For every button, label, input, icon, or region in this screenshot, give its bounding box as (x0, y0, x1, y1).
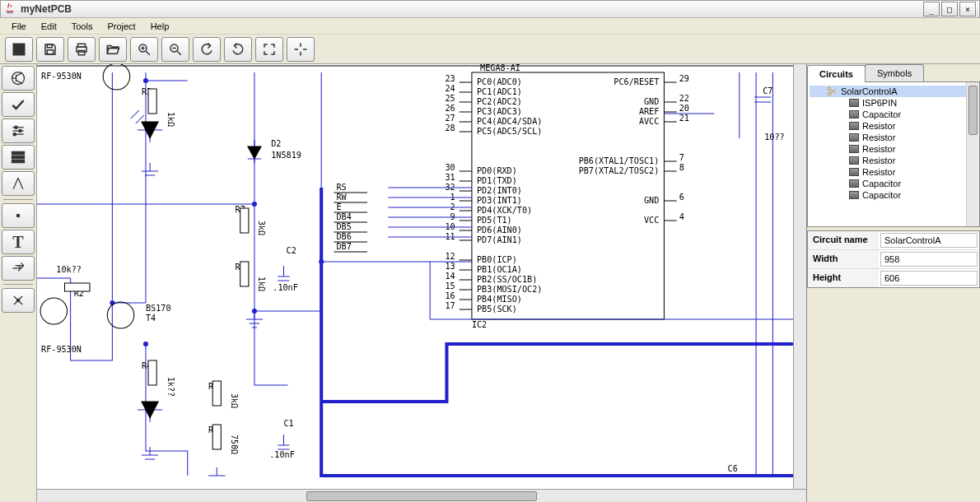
menu-edit[interactable]: Edit (35, 20, 63, 33)
tree-item[interactable]: Resistor (810, 166, 978, 178)
svg-point-204 (252, 202, 257, 207)
svg-text:PB0(ICP): PB0(ICP) (477, 255, 517, 264)
sliders-tool[interactable] (2, 119, 35, 143)
svg-text:PC0(ADC0): PC0(ADC0) (477, 77, 522, 86)
width-input[interactable] (880, 252, 978, 267)
circuit-tree[interactable]: SolarControlA ISP6PINCapacitorResistorRe… (807, 82, 980, 227)
svg-point-208 (828, 87, 831, 91)
svg-text:16: 16 (445, 291, 455, 300)
svg-text:27: 27 (445, 114, 455, 123)
save-btn[interactable] (36, 37, 64, 62)
svg-text:3kΩ: 3kΩ (230, 393, 239, 408)
schematic-canvas[interactable]: MEGA8-AI IC2 23PC0(ADC0)24PC1(ADC1)25PC2… (37, 64, 806, 489)
svg-rect-179 (240, 262, 249, 286)
wire-tool[interactable] (2, 171, 35, 196)
circuit-name-input[interactable] (880, 233, 978, 248)
svg-line-10 (146, 51, 150, 55)
svg-text:.10nF: .10nF (273, 283, 298, 292)
svg-text:D2: D2 (271, 139, 281, 148)
cut-tool[interactable] (2, 288, 35, 313)
open-btn[interactable] (99, 37, 127, 62)
redo-btn[interactable] (224, 37, 252, 62)
tree-root[interactable]: SolarControlA (810, 86, 978, 97)
svg-text:PD7(AIN1): PD7(AIN1) (477, 235, 522, 244)
svg-line-210 (831, 90, 837, 94)
svg-rect-5 (47, 49, 54, 53)
arrow-tool[interactable] (2, 256, 35, 281)
tree-root-label: SolarControlA (841, 86, 897, 96)
svg-line-211 (831, 89, 837, 93)
tree-item[interactable]: Resistor (810, 132, 978, 143)
tree-item[interactable]: Capacitor (810, 178, 978, 189)
height-input[interactable] (880, 271, 978, 286)
canvas-hscroll[interactable] (37, 489, 806, 502)
transistor-tool[interactable] (2, 66, 35, 91)
tab-circuits[interactable]: Circuits (807, 65, 866, 82)
svg-text:PC4(ADC4/SDA): PC4(ADC4/SDA) (477, 117, 542, 126)
menu-file[interactable]: File (5, 20, 33, 33)
zoom-in-btn[interactable] (130, 37, 158, 62)
svg-text:DB6: DB6 (336, 232, 351, 241)
svg-text:PB7(XTAL2/TOSC2): PB7(XTAL2/TOSC2) (579, 166, 660, 175)
java-icon (4, 3, 16, 15)
svg-rect-0 (13, 44, 18, 49)
grid-btn[interactable] (5, 37, 33, 62)
tab-symbols[interactable]: Symbols (865, 64, 924, 81)
tree-item[interactable]: ISP6PIN (810, 97, 978, 109)
svg-point-202 (103, 64, 129, 90)
svg-point-205 (252, 309, 257, 314)
canvas-vscroll[interactable] (793, 64, 806, 489)
svg-text:PB6(XTAL1/TOSC1): PB6(XTAL1/TOSC1) (579, 156, 660, 165)
svg-text:14: 14 (445, 272, 455, 281)
menu-tools[interactable]: Tools (65, 20, 100, 33)
tree-scrollbar[interactable] (966, 82, 979, 226)
print-btn[interactable] (68, 37, 96, 62)
right-panel: Circuits Symbols SolarControlA ISP6PINCa… (807, 64, 980, 502)
svg-text:12: 12 (445, 252, 455, 261)
zoom-out-btn[interactable] (161, 37, 189, 62)
tree-item[interactable]: Resistor (810, 120, 978, 132)
svg-line-24 (16, 81, 23, 84)
tree-item-label: ISP6PIN (862, 98, 897, 108)
target-btn[interactable] (287, 37, 315, 62)
tree-item-label: Resistor (862, 121, 895, 131)
menu-help[interactable]: Help (144, 20, 176, 33)
palette-separator (3, 199, 33, 200)
svg-text:17: 17 (445, 301, 455, 310)
window-title: myNetPCB (21, 3, 923, 15)
undo-btn[interactable] (193, 37, 221, 62)
svg-text:750Ω: 750Ω (230, 435, 239, 454)
tree-item-label: Resistor (862, 132, 895, 142)
point-tool[interactable] (2, 203, 35, 228)
tree-item[interactable]: Resistor (810, 143, 978, 155)
svg-text:GND: GND (644, 97, 659, 106)
svg-text:22: 22 (679, 94, 689, 103)
svg-text:1k??: 1k?? (166, 377, 175, 397)
svg-text:C7: C7 (763, 86, 772, 95)
minimize-button[interactable]: _ (923, 2, 940, 16)
text-tool[interactable]: T (2, 230, 35, 254)
svg-point-203 (40, 298, 67, 324)
close-button[interactable]: × (959, 2, 976, 16)
tree-item-label: Resistor (862, 144, 895, 154)
tool-palette: T (0, 64, 37, 502)
svg-text:13: 13 (445, 262, 455, 271)
menu-project[interactable]: Project (100, 20, 142, 33)
svg-point-26 (15, 126, 17, 128)
svg-text:PD4(XCK/T0): PD4(XCK/T0) (477, 206, 532, 215)
fit-btn[interactable] (255, 37, 283, 62)
tree-item[interactable]: Capacitor (810, 109, 978, 120)
tree-item[interactable]: Capacitor (810, 189, 978, 201)
svg-text:1kΩ: 1kΩ (166, 112, 175, 127)
tree-item[interactable]: Resistor (810, 155, 978, 166)
layers-tool[interactable] (2, 145, 35, 170)
maximize-button[interactable]: □ (941, 2, 958, 16)
component-icon (849, 191, 859, 199)
check-tool[interactable] (2, 92, 35, 117)
svg-text:PC1(ADC1): PC1(ADC1) (477, 87, 522, 96)
svg-text:RS: RS (336, 183, 346, 192)
svg-rect-2 (13, 49, 18, 54)
svg-rect-3 (20, 49, 25, 54)
svg-rect-174 (148, 360, 156, 385)
component-icon (849, 179, 859, 188)
